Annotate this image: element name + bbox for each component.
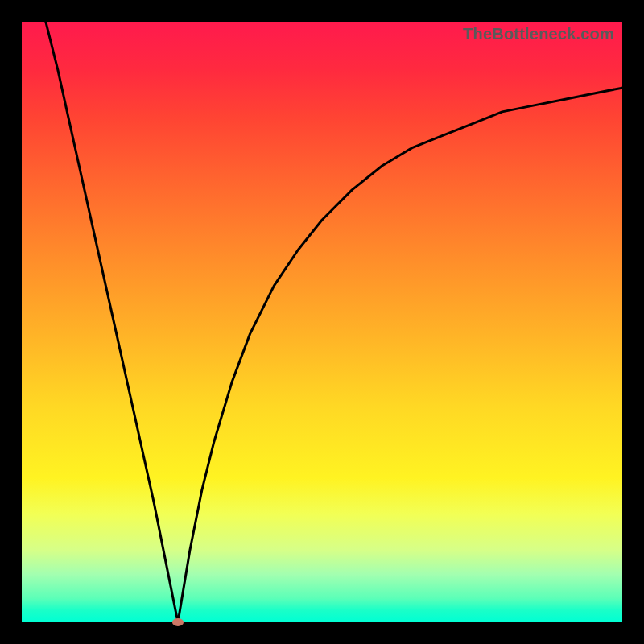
- chart-frame: TheBottleneck.com: [0, 0, 644, 644]
- curve-path: [46, 22, 622, 622]
- plot-area: TheBottleneck.com: [22, 22, 622, 622]
- minimum-marker: [172, 618, 184, 626]
- bottleneck-curve: [22, 22, 622, 622]
